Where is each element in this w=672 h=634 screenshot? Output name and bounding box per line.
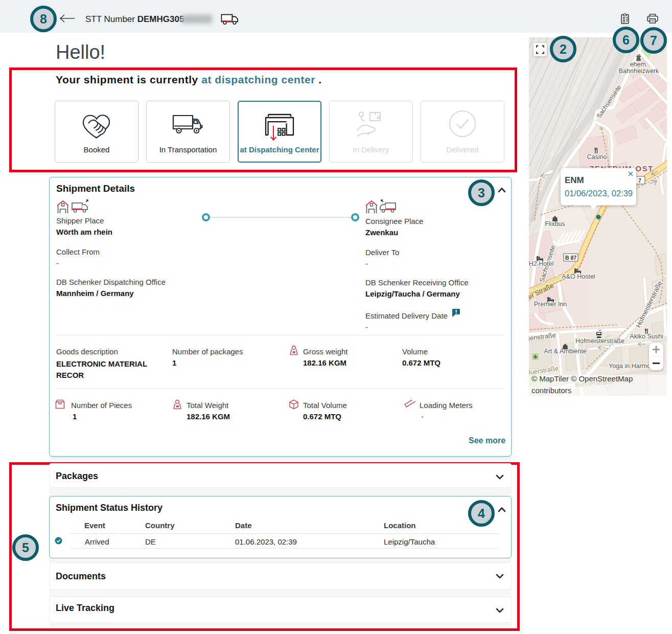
svg-text:ENM: ENM (565, 175, 584, 185)
svg-text:Yoga in Harmon: Yoga in Harmon (609, 363, 654, 370)
svg-text:ehem.: ehem. (630, 61, 648, 68)
svg-text:Hofmeisterstraße: Hofmeisterstraße (575, 337, 624, 345)
svg-text:01/06/2023, 02:39: 01/06/2023, 02:39 (565, 189, 633, 198)
svg-text:B 87: B 87 (565, 255, 576, 261)
svg-text:Akiko Sushi: Akiko Sushi (630, 333, 663, 340)
svg-text:© MapTiler © OpenStreetMap: © MapTiler © OpenStreetMap (531, 374, 633, 383)
svg-text:Premier Inn: Premier Inn (534, 301, 567, 308)
svg-text:contributors: contributors (531, 386, 571, 395)
svg-text:Casino: Casino (587, 153, 607, 161)
svg-text:Bahnheizwerk: Bahnheizwerk (619, 67, 659, 75)
svg-text:H2 Hotel: H2 Hotel (529, 260, 553, 267)
svg-text:A&O Hostel: A&O Hostel (562, 273, 595, 280)
svg-text:7: 7 (638, 177, 641, 184)
